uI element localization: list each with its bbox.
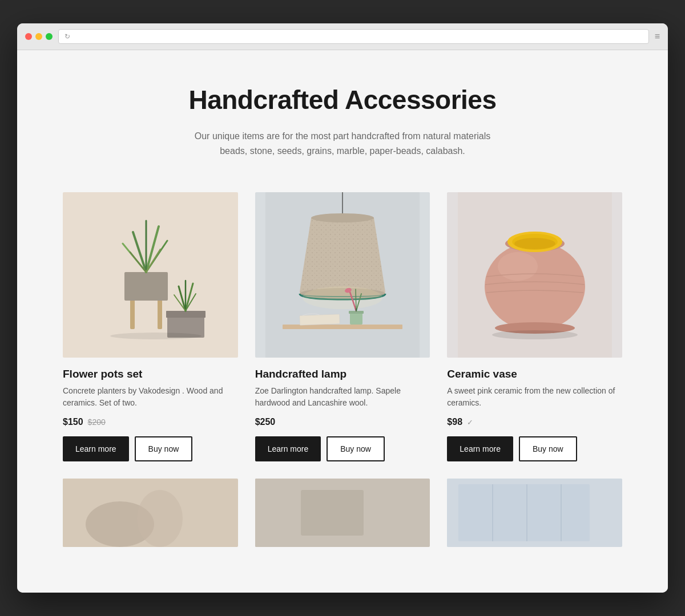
product-price-2: $250 — [255, 417, 276, 427]
learn-more-button-1[interactable]: Learn more — [63, 436, 129, 461]
product-actions-3: Learn more Buy now — [447, 436, 622, 461]
traffic-lights — [25, 33, 53, 40]
refresh-icon: ↻ — [65, 33, 70, 40]
svg-rect-2 — [158, 298, 162, 329]
address-bar[interactable]: ↻ — [58, 29, 649, 44]
product-image-1 — [63, 192, 238, 358]
page-header: Handcrafted Accessories Our unique items… — [63, 84, 622, 158]
product-price-row-1: $150 $200 — [63, 417, 238, 427]
product-name-1: Flower pots set — [63, 368, 238, 380]
svg-point-46 — [137, 490, 183, 547]
svg-rect-1 — [130, 298, 135, 329]
maximize-button[interactable] — [46, 33, 53, 40]
svg-point-36 — [485, 242, 585, 331]
product-price-1: $150 — [63, 417, 83, 427]
bottom-products-grid — [63, 479, 622, 547]
svg-point-43 — [492, 330, 578, 339]
product-name-3: Ceramic vase — [447, 368, 622, 380]
buy-now-button-3[interactable]: Buy now — [519, 436, 577, 461]
product-image-3 — [447, 192, 622, 358]
svg-point-37 — [498, 252, 538, 281]
page-content: Handcrafted Accessories Our unique items… — [17, 50, 668, 593]
products-grid: Flower pots set Concrete planters by Vak… — [63, 192, 622, 461]
product-name-2: Handcrafted lamp — [255, 368, 430, 380]
svg-rect-26 — [300, 314, 340, 325]
browser-chrome: ↻ ≡ — [17, 23, 668, 50]
browser-menu-icon[interactable]: ≡ — [655, 31, 660, 42]
page-subtitle: Our unique items are for the most part h… — [177, 129, 508, 158]
product-description-2: Zoe Darlington handcrafted lamp. Sapele … — [255, 385, 430, 409]
svg-point-23 — [311, 213, 374, 222]
buy-now-button-2[interactable]: Buy now — [327, 436, 385, 461]
svg-point-34 — [303, 286, 382, 309]
svg-point-18 — [110, 333, 202, 339]
svg-rect-3 — [124, 272, 168, 301]
subtitle-line1: Our unique items are for the most part h… — [195, 131, 490, 141]
bottom-product-card-1 — [63, 479, 238, 547]
product-card-3: Ceramic vase A sweet pink ceramic from t… — [447, 192, 622, 461]
learn-more-button-2[interactable]: Learn more — [255, 436, 321, 461]
product-card-1: Flower pots set Concrete planters by Vak… — [63, 192, 238, 461]
product-card-2: Handcrafted lamp Zoe Darlington handcraf… — [255, 192, 430, 461]
product-price-row-2: $250 — [255, 417, 430, 427]
product-actions-1: Learn more Buy now — [63, 436, 238, 461]
subtitle-line2: beads, stone, seeds, grains, marble, pap… — [220, 146, 465, 156]
page-title: Handcrafted Accessories — [63, 84, 622, 115]
product-description-1: Concrete planters by Vakodesign . Wood a… — [63, 385, 238, 409]
svg-point-41 — [514, 238, 555, 249]
bottom-product-card-2 — [255, 479, 430, 547]
product-price-original-1: $200 — [88, 418, 106, 427]
product-actions-2: Learn more Buy now — [255, 436, 430, 461]
bottom-product-image-3 — [447, 479, 622, 547]
svg-rect-12 — [166, 311, 206, 318]
product-description-3: A sweet pink ceramic from the new collec… — [447, 385, 622, 409]
product-price-3: $98 — [447, 417, 462, 427]
close-button[interactable] — [25, 33, 32, 40]
product-price-row-3: $98 ✓ — [447, 417, 622, 427]
minimize-button[interactable] — [35, 33, 42, 40]
svg-rect-50 — [458, 484, 590, 541]
buy-now-button-1[interactable]: Buy now — [135, 436, 193, 461]
bottom-product-card-3 — [447, 479, 622, 547]
svg-rect-48 — [301, 490, 364, 536]
product-image-2 — [255, 192, 430, 358]
bottom-product-image-2 — [255, 479, 430, 547]
browser-window: ↻ ≡ Handcrafted Accessories Our unique i… — [17, 23, 668, 593]
product-price-note-3: ✓ — [467, 418, 473, 427]
bottom-product-image-1 — [63, 479, 238, 547]
svg-rect-28 — [350, 312, 362, 325]
learn-more-button-3[interactable]: Learn more — [447, 436, 513, 461]
